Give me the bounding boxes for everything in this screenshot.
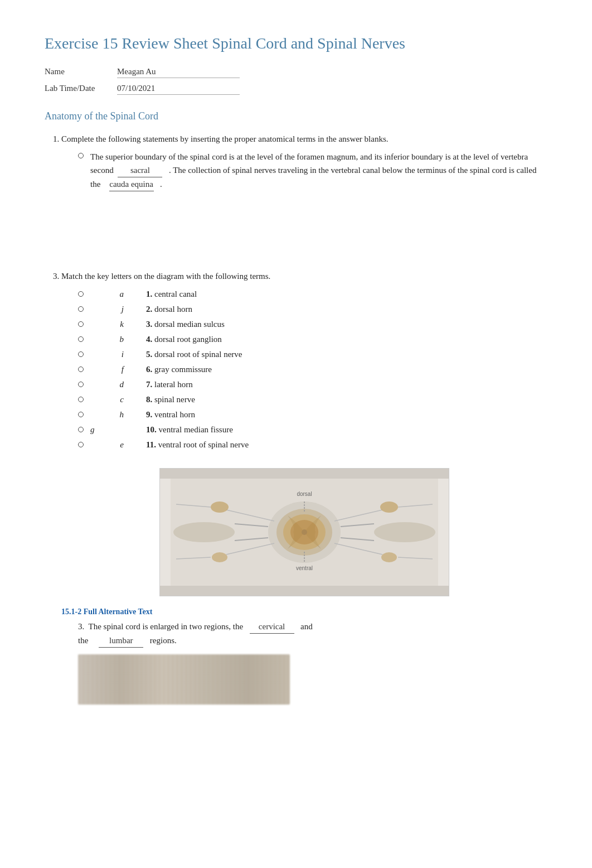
match-table: a 1. central canal j 2. dorsal horn k 3.… — [78, 287, 547, 451]
spinal-cord-diagram: dorsal ventral — [159, 468, 449, 596]
match-bullet-icon — [78, 382, 84, 387]
match-term-5: 5. dorsal root of spinal nerve — [146, 348, 547, 361]
labtime-row: Lab Time/Date 07/10/2021 — [45, 84, 547, 95]
match-term-6: 6. gray commissure — [146, 363, 547, 376]
match-row-2: j 2. dorsal horn — [78, 302, 547, 316]
match-bullet-icon — [78, 306, 84, 312]
match-letter-4: b — [90, 332, 124, 346]
q1-sub-list: The superior boundary of the spinal cord… — [78, 150, 547, 191]
diagram-line-bottom — [160, 586, 449, 596]
match-term-3: 3. dorsal median sulcus — [146, 317, 547, 331]
name-label: Name — [45, 67, 117, 76]
q1-text: Complete the following statements by ins… — [61, 132, 547, 146]
q3-text-the: the — [78, 636, 88, 645]
name-value: Meagan Au — [117, 67, 240, 78]
match-letter-2: j — [90, 302, 124, 316]
blank-cauda: cauda equina — [109, 177, 154, 191]
match-bullet-icon — [78, 412, 84, 417]
blank-sacral: sacral — [118, 163, 162, 177]
match-letter-11: e — [90, 438, 124, 451]
match-bullet-icon — [78, 336, 84, 342]
match-row-11: e 11. ventral root of spinal nerve — [78, 438, 547, 451]
match-letter-6: f — [90, 363, 124, 376]
match-bullet-icon — [78, 442, 84, 447]
question-1: Complete the following statements by ins… — [61, 132, 547, 191]
bullet-circle-icon — [78, 153, 84, 158]
match-term-9: 9. ventral horn — [146, 408, 547, 421]
labtime-value: 07/10/2021 — [117, 84, 240, 95]
match-term-7: 7. lateral horn — [146, 378, 547, 391]
svg-point-11 — [290, 520, 318, 544]
match-letter-7: d — [90, 378, 124, 391]
svg-point-23 — [381, 552, 397, 562]
svg-text:dorsal: dorsal — [297, 491, 312, 497]
match-bullet-icon — [78, 321, 84, 327]
match-row-5: i 5. dorsal root of spinal nerve — [78, 348, 547, 361]
q3-number: 3. — [78, 622, 84, 631]
section-heading: Anatomy of the Spinal Cord — [45, 110, 547, 122]
match-row-9: h 9. ventral horn — [78, 408, 547, 421]
match-letter-1: a — [90, 287, 124, 301]
match-row-7: d 7. lateral horn — [78, 378, 547, 391]
match-row-4: b 4. dorsal root ganglion — [78, 332, 547, 346]
match-letter-10: g — [90, 423, 124, 436]
question-2: Match the key letters on the diagram wit… — [61, 269, 547, 596]
blurred-image — [78, 654, 290, 705]
question-3-container: 3. The spinal cord is enlarged in two re… — [61, 620, 547, 705]
match-letter-5: i — [90, 348, 124, 361]
q2-text: Match the key letters on the diagram wit… — [61, 269, 547, 283]
name-row: Name Meagan Au — [45, 67, 547, 78]
match-bullet-icon — [78, 397, 84, 402]
diagram-container: dorsal ventral — [61, 468, 547, 596]
questions-list: Complete the following statements by ins… — [61, 132, 547, 596]
match-row-1: a 1. central canal — [78, 287, 547, 301]
match-letter-9: h — [90, 408, 124, 421]
q3-text-before: The spinal cord is enlarged in two regio… — [88, 622, 243, 631]
svg-point-2 — [374, 522, 435, 542]
labtime-label: Lab Time/Date — [45, 84, 117, 93]
q3-blank1: cervical — [250, 620, 294, 634]
match-bullet-icon — [78, 427, 84, 432]
q3-text-after: regions. — [150, 636, 177, 645]
spacer-1 — [61, 202, 547, 269]
alt-text-link[interactable]: 15.1-2 Full Alternative Text — [61, 607, 547, 616]
match-term-4: 4. dorsal root ganglion — [146, 332, 547, 346]
svg-point-22 — [380, 501, 398, 513]
q1-sub-item-1: The superior boundary of the spinal cord… — [78, 150, 547, 191]
q1-sub-text: The superior boundary of the spinal cord… — [90, 150, 547, 191]
page-title: Exercise 15 Review Sheet Spinal Cord and… — [45, 33, 547, 54]
match-term-11: 11. ventral root of spinal nerve — [146, 438, 547, 451]
match-term-10: 10. ventral median fissure — [146, 423, 547, 436]
match-letter-3: k — [90, 317, 124, 331]
match-term-8: 8. spinal nerve — [146, 393, 547, 406]
q3-text-middle: and — [300, 622, 313, 631]
match-bullet-icon — [78, 291, 84, 297]
match-row-10: g 10. ventral median fissure — [78, 423, 547, 436]
diagram-svg: dorsal ventral — [171, 476, 438, 588]
match-letter-8: c — [90, 393, 124, 406]
svg-point-1 — [173, 522, 235, 542]
match-row-8: c 8. spinal nerve — [78, 393, 547, 406]
svg-point-21 — [212, 552, 227, 562]
match-bullet-icon — [78, 367, 84, 372]
q3-blank2: lumbar — [99, 634, 143, 648]
question-3-text: 3. The spinal cord is enlarged in two re… — [78, 620, 547, 648]
match-term-2: 2. dorsal horn — [146, 302, 547, 316]
match-row-3: k 3. dorsal median sulcus — [78, 317, 547, 331]
match-bullet-icon — [78, 351, 84, 357]
match-term-1: 1. central canal — [146, 287, 547, 301]
svg-point-20 — [211, 501, 229, 513]
diagram-line-top — [160, 469, 449, 479]
match-row-6: f 6. gray commissure — [78, 363, 547, 376]
svg-text:ventral: ventral — [296, 565, 313, 571]
meta-section: Name Meagan Au Lab Time/Date 07/10/2021 — [45, 67, 547, 95]
